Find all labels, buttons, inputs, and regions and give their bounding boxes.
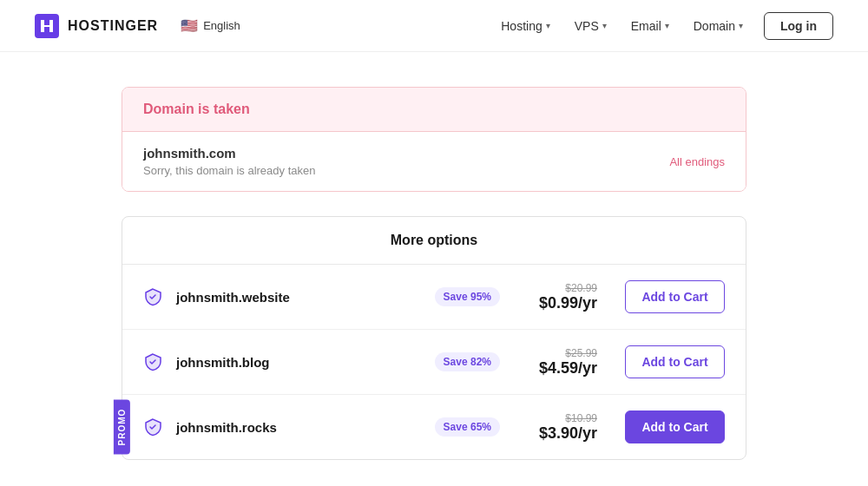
shield-check-icon (143, 417, 162, 437)
logo-text: HOSTINGER (68, 18, 158, 34)
price-block: $25.99 $4.59/yr (528, 347, 597, 378)
chevron-down-icon: ▾ (546, 21, 550, 30)
nav-email-label: Email (631, 19, 661, 33)
main-content: Domain is taken johnsmith.com Sorry, thi… (104, 87, 764, 460)
logo-icon[interactable] (35, 14, 59, 38)
price-block: $20.99 $0.99/yr (528, 282, 597, 312)
domain-row-name: johnsmith.blog (176, 355, 421, 370)
add-to-cart-button-filled[interactable]: Add to Cart (625, 410, 725, 443)
all-endings-link[interactable]: All endings (669, 155, 725, 168)
domain-row: johnsmith.website Save 95% $20.99 $0.99/… (122, 265, 746, 330)
nav-vps-label: VPS (575, 19, 599, 33)
header: HOSTINGER 🇺🇸 English Hosting ▾ VPS ▾ Ema… (0, 0, 868, 52)
current-price: $0.99/yr (539, 294, 597, 312)
more-options-title: More options (391, 233, 477, 247)
taken-domain-name: johnsmith.com (143, 146, 315, 161)
domain-row-promo: PROMO johnsmith.rocks Save 65% $10.99 $3… (122, 395, 746, 459)
lang-label: English (203, 19, 240, 32)
save-badge: Save 95% (435, 287, 500, 306)
more-options-header: More options (122, 217, 746, 265)
nav-domain-label: Domain (694, 19, 735, 33)
nav-hosting-label: Hosting (501, 19, 542, 33)
domain-taken-info: johnsmith.com Sorry, this domain is alre… (143, 146, 315, 177)
domain-row-name: johnsmith.website (176, 290, 421, 305)
save-badge: Save 82% (435, 352, 500, 371)
shield-check-icon (143, 287, 162, 306)
logo-area: HOSTINGER 🇺🇸 English (35, 14, 240, 38)
domain-taken-title: Domain is taken (143, 102, 250, 116)
nav-item-domain[interactable]: Domain ▾ (683, 12, 753, 40)
chevron-down-icon: ▾ (602, 21, 607, 30)
original-price: $25.99 (528, 347, 597, 359)
original-price: $20.99 (528, 282, 597, 294)
current-price: $3.90/yr (539, 424, 597, 442)
original-price: $10.99 (528, 412, 597, 424)
language-selector[interactable]: 🇺🇸 English (181, 17, 240, 34)
domain-sorry-text: Sorry, this domain is already taken (143, 164, 315, 177)
nav-links: Hosting ▾ VPS ▾ Email ▾ Domain ▾ (490, 12, 753, 40)
nav-item-email[interactable]: Email ▾ (621, 12, 680, 40)
nav-item-vps[interactable]: VPS ▾ (564, 12, 617, 40)
chevron-down-icon: ▾ (665, 21, 669, 30)
domain-taken-card: Domain is taken johnsmith.com Sorry, thi… (122, 87, 746, 192)
domain-row: johnsmith.blog Save 82% $25.99 $4.59/yr … (122, 330, 746, 395)
domain-taken-body: johnsmith.com Sorry, this domain is alre… (122, 132, 746, 191)
more-options-card: More options johnsmith.website Save 95% … (122, 216, 746, 460)
price-block: $10.99 $3.90/yr (528, 412, 597, 443)
save-badge: Save 65% (435, 417, 500, 437)
shield-check-icon (143, 352, 162, 371)
domain-row-name: johnsmith.rocks (176, 420, 421, 435)
add-to-cart-button[interactable]: Add to Cart (625, 345, 725, 378)
current-price: $4.59/yr (539, 359, 597, 377)
add-to-cart-button[interactable]: Add to Cart (625, 280, 725, 313)
chevron-down-icon: ▾ (739, 21, 743, 30)
nav-item-hosting[interactable]: Hosting ▾ (490, 12, 560, 40)
domain-taken-header: Domain is taken (122, 88, 746, 132)
promo-label: PROMO (114, 400, 130, 455)
flag-icon: 🇺🇸 (181, 17, 198, 34)
login-button[interactable]: Log in (764, 12, 833, 40)
